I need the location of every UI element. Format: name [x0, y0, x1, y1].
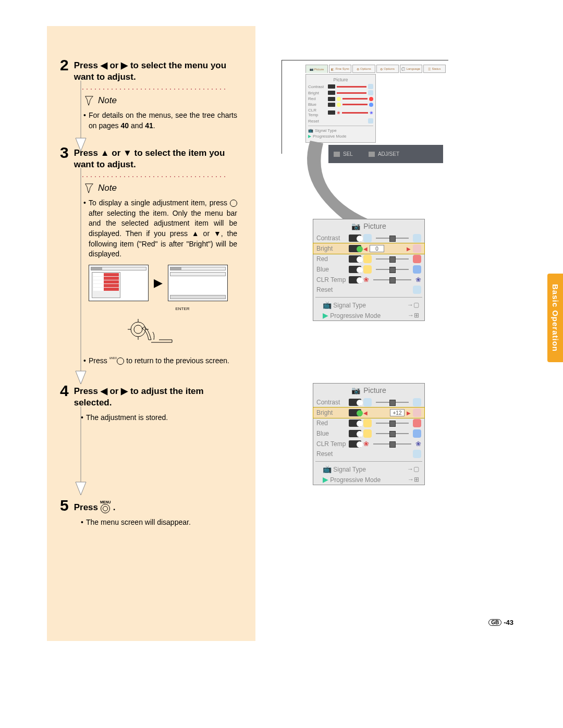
signal-icon: 📺	[323, 465, 332, 473]
cool-icon: ❀	[415, 440, 421, 448]
t: or	[109, 148, 123, 158]
t: Progressive Mode	[330, 476, 381, 484]
osd-row-bright-highlighted[interactable]: Bright ◀ 0 ▶	[313, 243, 424, 254]
divider	[315, 461, 422, 462]
label: Blue	[316, 430, 347, 437]
osd-row-contrast[interactable]: Contrast	[313, 397, 424, 408]
reset-icon	[413, 286, 421, 294]
tab-options1[interactable]: ⚙ Options	[352, 65, 375, 73]
connector-3-4	[73, 168, 89, 384]
red-icon	[349, 419, 361, 427]
osd-row-clrtemp[interactable]: CLR Temp ❀ ❀	[313, 275, 424, 285]
section-tab: Basic Operation	[547, 274, 563, 362]
osd-row-red[interactable]: Red	[313, 418, 424, 428]
region-badge: GB	[488, 619, 501, 626]
osd-row-bright-highlighted[interactable]: Bright ◀ +12 ▶	[313, 408, 424, 418]
osd-row-red[interactable]: Red	[313, 254, 424, 264]
t: or	[199, 229, 214, 238]
page-ref-40: 40	[121, 121, 129, 130]
osd-foot-signal[interactable]: 📺 Signal Type →▢	[313, 464, 424, 474]
osd-row-clrtemp[interactable]: CLR Temp ❀ ❀	[313, 439, 424, 449]
osd-title: 📷Picture	[313, 219, 424, 233]
osd-row-blue[interactable]: Blue	[313, 264, 424, 275]
step-3-title: Press ▲ or ▼ to select the item you want…	[74, 145, 242, 170]
step-5: 5 Press MENU . •The menu screen will dis…	[60, 498, 242, 528]
osd-foot-progressive[interactable]: ▶ Progressive Mode →⊞	[313, 310, 424, 320]
mini-screen-after	[168, 265, 228, 301]
slider[interactable]	[376, 238, 409, 239]
enter-button-icon	[230, 200, 237, 207]
right-arrow-icon: ▶	[407, 410, 411, 416]
tab-picture[interactable]: 📷 Picture	[305, 65, 328, 73]
label: Reset	[316, 286, 347, 293]
step-2-note: •For details on the menus, see the tree …	[89, 110, 237, 131]
bullet: •	[81, 517, 86, 528]
slider[interactable]	[376, 433, 409, 434]
warm-icon: ❀	[363, 440, 369, 448]
note-header: Note	[83, 95, 242, 106]
step-5-number: 5	[60, 498, 69, 513]
cap	[413, 255, 421, 263]
menu-label: MENU	[100, 500, 111, 504]
up-triangle-icon: ▲	[192, 229, 199, 239]
slider[interactable]	[376, 402, 409, 403]
top-tab-bar: 📷 Picture ◧ Fine Sync ⚙ Options ⚙ Option…	[305, 65, 446, 73]
t: and	[129, 121, 145, 130]
contrast-icon	[349, 399, 361, 406]
slider[interactable]	[376, 269, 409, 270]
osd-row-reset[interactable]: Reset	[313, 449, 424, 459]
tab-language[interactable]: 💬 Language	[400, 65, 422, 73]
cap	[363, 398, 372, 406]
page-number: GB -43	[488, 619, 513, 626]
label: CLR Temp	[316, 440, 347, 448]
left-triangle-icon: ◀	[101, 386, 107, 397]
label: Bright	[316, 409, 347, 416]
step-3-number: 3	[60, 145, 69, 161]
top-picture-panel: Picture Contrast Bright Red Blue CLR Tem…	[305, 74, 376, 143]
tab-finesync[interactable]: ◧ Fine Sync	[329, 65, 351, 73]
left-triangle-icon: ◀	[101, 60, 107, 71]
label: Red	[316, 255, 347, 263]
osd-picture-step4: 📷Picture Contrast Bright ◀ +12 ▶ Red Blu…	[313, 383, 425, 485]
hand-icon	[123, 311, 175, 348]
step-5-title: Press MENU .	[74, 498, 116, 513]
right-arrow-icon: ▶	[407, 246, 411, 252]
down-triangle-icon: ▼	[123, 147, 132, 159]
tab-status[interactable]: ☰ Status	[423, 65, 446, 73]
t: to return to the previous screen.	[124, 356, 229, 365]
slider[interactable]	[376, 258, 409, 260]
down-triangle-icon: ▼	[214, 229, 221, 239]
osd-row-contrast[interactable]: Contrast	[313, 233, 424, 243]
dotted-separator	[81, 87, 227, 90]
label: Bright	[316, 245, 347, 252]
cap	[363, 419, 372, 427]
osd-title: 📷Picture	[313, 384, 424, 397]
contrast-icon	[349, 235, 361, 242]
osd-foot-progressive[interactable]: ▶ Progressive Mode →⊞	[313, 474, 424, 485]
slider[interactable]	[373, 443, 411, 445]
label: Blue	[316, 266, 347, 273]
right-arrow-icon: ▶	[154, 276, 163, 290]
connector-4-5	[73, 406, 89, 495]
progressive-icon: ▶	[323, 475, 328, 484]
step-4-title: Press ◀ or ▶ to adjust the item selected…	[74, 383, 242, 409]
t: Picture	[363, 386, 386, 394]
osd-row-blue[interactable]: Blue	[313, 428, 424, 439]
hand-press-enter-diagram: ENTER	[123, 306, 242, 350]
undo-button-icon	[117, 357, 124, 365]
bright-icon	[349, 409, 361, 416]
tab-options2[interactable]: ⚙ Options	[376, 65, 399, 73]
step-4-number: 4	[60, 383, 69, 399]
mini-screens-diagram: ▶	[89, 265, 242, 301]
step-2-number: 2	[60, 57, 69, 73]
t: Press	[74, 148, 101, 158]
t: or	[107, 60, 121, 70]
slider[interactable]	[373, 279, 411, 280]
osd-foot-signal[interactable]: 📺 Signal Type →▢	[313, 300, 424, 310]
arrow-right-icon: →⊞	[408, 312, 419, 319]
right-triangle-icon: ▶	[121, 386, 128, 397]
page-num-text: -43	[504, 619, 513, 626]
osd-row-reset[interactable]: Reset	[313, 285, 424, 295]
undo-label: UNDO	[109, 356, 117, 360]
slider[interactable]	[376, 423, 409, 424]
